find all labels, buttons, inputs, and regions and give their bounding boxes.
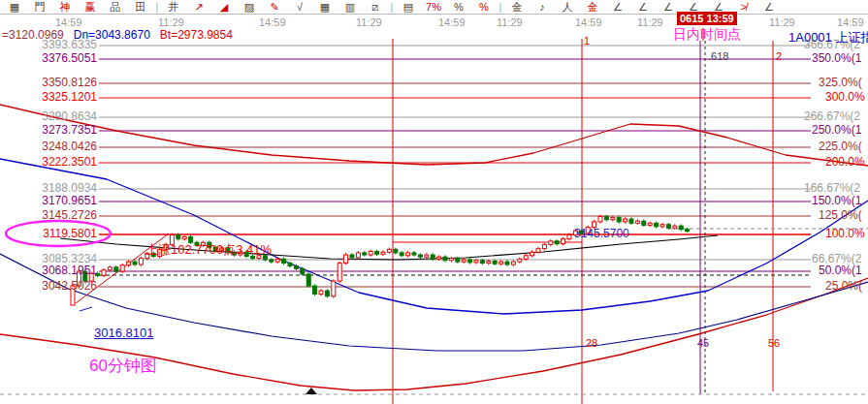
window-icon[interactable]: ▦ <box>2 2 27 13</box>
candle-body <box>474 261 478 263</box>
candle-body <box>102 270 106 276</box>
toolbar-separator: | <box>153 1 161 13</box>
time-tick: 11:29 <box>497 16 523 28</box>
candle-body <box>499 262 503 264</box>
candle-body <box>679 226 683 230</box>
percent-icon[interactable]: % <box>446 2 471 13</box>
angle-tool-icon[interactable]: ∠ <box>756 2 782 13</box>
angle-tool-icon[interactable]: ∠ <box>681 2 706 13</box>
chart-period-label: 60分钟图 <box>89 359 157 372</box>
candle-body <box>598 217 602 222</box>
grid-chart-icon[interactable]: 井 <box>161 2 186 13</box>
candle-body <box>369 251 372 255</box>
selected-time-badge: 0615 13:59 <box>677 12 737 25</box>
time-tick: 14:59 <box>55 16 82 28</box>
triangle-marker <box>305 388 317 394</box>
upper-red-band <box>0 105 868 166</box>
candle-body <box>319 291 323 295</box>
time-tick: 14:59 <box>837 16 864 28</box>
shen-icon[interactable]: 神 <box>52 2 78 13</box>
candle-body <box>468 260 472 263</box>
fill-area-icon[interactable]: ◢ <box>211 2 237 13</box>
candle-body <box>493 261 497 264</box>
seven-percent-icon[interactable]: 7% <box>421 2 446 13</box>
candle-body <box>108 267 112 270</box>
candle-body <box>549 241 553 245</box>
ying-icon[interactable]: 赢 <box>78 2 103 13</box>
candle-body <box>567 234 571 238</box>
candle-body <box>127 262 131 265</box>
peak-price-label: 3145.5700 <box>574 228 629 240</box>
candle-body <box>505 262 509 264</box>
candle-body <box>611 218 615 220</box>
rows-icon[interactable]: ▤ <box>396 2 421 13</box>
candle-body <box>686 230 690 232</box>
bt-value: Bt=2973.9854 <box>160 28 233 42</box>
candle-body <box>635 221 639 223</box>
grid3-icon[interactable]: ▥ <box>338 2 363 13</box>
diagonal-box-icon[interactable]: ⧄ <box>363 2 388 13</box>
candle-body <box>462 260 466 262</box>
candle-body <box>604 217 608 220</box>
angle-tool-icon[interactable]: ∠ <box>630 2 656 13</box>
pencil-icon[interactable]: ✎ <box>262 2 287 13</box>
candle-body <box>431 255 434 259</box>
candle-body <box>139 259 143 264</box>
candle-body <box>456 259 460 263</box>
gold-icon[interactable]: 金 <box>504 2 530 13</box>
candle-body <box>660 225 664 227</box>
candle-body <box>306 274 310 286</box>
angle-red-icon[interactable]: ≯ <box>731 2 756 13</box>
pattern-icon[interactable]: ▨ <box>237 2 262 13</box>
angle-tool-icon[interactable]: ∠ <box>706 2 731 13</box>
candle-body <box>629 219 633 223</box>
percent-axis-label: 225.0%( <box>819 140 862 153</box>
chart-canvas[interactable] <box>0 28 868 404</box>
toolbar-separator: | <box>497 1 504 13</box>
candle-body <box>437 257 441 259</box>
marker-28: 28 <box>586 337 597 350</box>
price-axis-label: 3222.3501 <box>29 156 97 169</box>
candle-body <box>536 249 540 253</box>
angle-tool-icon[interactable]: ∠ <box>656 2 681 13</box>
gate-icon[interactable]: 門 <box>27 2 52 13</box>
marker-2: 2 <box>776 50 782 63</box>
time-tick: 11:29 <box>637 16 663 28</box>
candle-body <box>387 249 391 252</box>
percent-underline-icon[interactable]: % <box>471 2 497 13</box>
angle-tool-icon[interactable]: ∠ <box>605 2 630 13</box>
four-pane-icon[interactable]: 田 <box>128 2 153 13</box>
candle-body <box>381 252 385 254</box>
candle-body <box>617 218 621 222</box>
low-price-label: 3016.8101 <box>94 326 153 339</box>
candle-body <box>275 259 279 262</box>
percent-axis-label: 200.0% <box>825 156 865 169</box>
symbol-title: 1A0001 上证指 <box>788 29 868 47</box>
candle-body <box>412 253 416 255</box>
grid-panels-icon[interactable]: 品 <box>103 2 128 13</box>
marker-45: 45 <box>697 337 709 350</box>
price-axis-label: 3350.8126 <box>29 77 97 89</box>
candle-body <box>648 223 652 225</box>
candle-body <box>294 265 298 268</box>
candle-body <box>406 253 410 256</box>
candle-body <box>624 219 627 222</box>
candle-body <box>350 255 354 258</box>
candle-body <box>555 241 559 244</box>
check-icon[interactable]: √ <box>287 2 312 13</box>
candle-body <box>443 257 447 261</box>
candle-body <box>282 259 286 263</box>
candle-body <box>530 252 534 256</box>
intraday-label: 日内时间点 <box>673 28 741 41</box>
time-tick: 14:59 <box>259 16 286 28</box>
rise-annotation: 上涨102.7700点3.41% <box>145 243 272 256</box>
grid2-icon[interactable]: ▦ <box>312 2 338 13</box>
person-icon[interactable]: 人 <box>555 2 580 13</box>
candle-body <box>114 267 118 271</box>
candle-body <box>425 255 429 257</box>
price-axis-label: 3248.0426 <box>29 140 97 153</box>
gold-red-icon[interactable]: 金 <box>580 2 605 13</box>
draw-line-icon[interactable]: ↗ <box>186 2 211 13</box>
note-icon[interactable]: ♪ <box>530 2 555 13</box>
price-axis-label: 3145.2726 <box>29 209 97 222</box>
